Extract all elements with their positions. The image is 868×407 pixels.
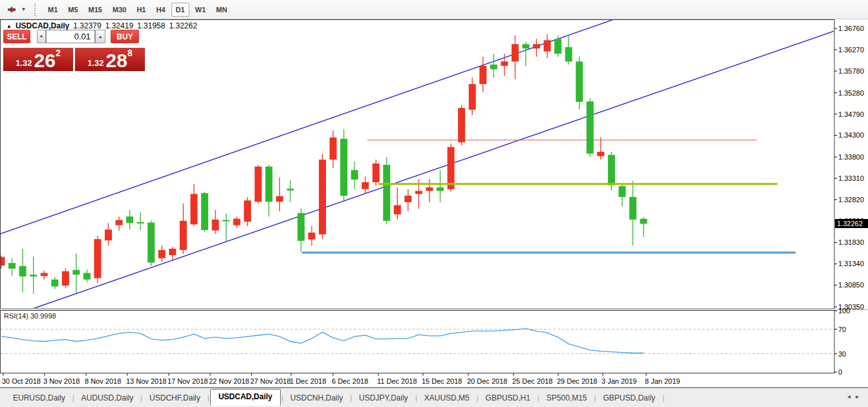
date-axis-label: 27 Nov 2018 xyxy=(250,377,290,385)
volume-input[interactable] xyxy=(46,30,95,43)
collapse-triangle-icon[interactable]: ▲ xyxy=(6,23,12,29)
candle-body xyxy=(587,101,594,154)
tab-gbpusd-daily[interactable]: GBPUSD,Daily xyxy=(596,391,662,404)
candle-body xyxy=(319,160,326,235)
timeframe-button-m30[interactable]: M30 xyxy=(108,3,131,17)
buy-price-big: 28 xyxy=(106,52,127,70)
candle-body xyxy=(287,189,294,191)
date-axis-label: 11 Dec 2018 xyxy=(377,377,417,385)
chart-tab-bar: EURUSD,Daily|AUDUSD,Daily|USDCHF,Daily|U… xyxy=(0,388,868,407)
tab-separator: | xyxy=(140,394,142,402)
ohlc-low: 1.31958 xyxy=(137,21,165,30)
candle-body xyxy=(51,280,58,287)
volume-decrease-button[interactable]: ▼ xyxy=(37,30,46,43)
ohlc-high: 1.32419 xyxy=(105,21,133,30)
candle-body xyxy=(158,250,166,258)
tab-usdjpy-daily[interactable]: USDJPY,Daily xyxy=(353,391,415,404)
candle-body xyxy=(330,138,337,160)
price-axis-label: 1.35780 xyxy=(838,67,864,75)
candle-body xyxy=(629,197,636,220)
candle-body xyxy=(180,221,187,250)
candle-body xyxy=(62,271,69,286)
tab-eurusd-daily[interactable]: EURUSD,Daily xyxy=(6,391,72,404)
candle-body xyxy=(479,66,486,84)
candle-body xyxy=(212,220,219,231)
candle-body xyxy=(490,65,497,69)
candle-body xyxy=(340,139,347,196)
candle-body xyxy=(533,44,540,48)
rsi-axis-label: 30 xyxy=(838,350,846,358)
sell-quote[interactable]: 1.32 26 2 xyxy=(3,48,73,71)
candle-body xyxy=(308,233,315,240)
tab-scroll-left[interactable]: ◂ xyxy=(847,393,856,400)
tab-separator: | xyxy=(208,394,210,402)
date-axis-label: 17 Nov 2018 xyxy=(168,377,208,385)
tab-scroll-right[interactable]: ▸ xyxy=(856,393,864,400)
sell-button[interactable]: SELL xyxy=(3,30,30,43)
timeframe-button-mn[interactable]: MN xyxy=(212,3,232,17)
price-axis-label: 1.36760 xyxy=(838,25,864,32)
candle-body xyxy=(458,108,465,142)
candle-body xyxy=(298,213,305,241)
tab-separator: | xyxy=(662,394,664,402)
rsi-axis-label: 0 xyxy=(838,368,842,376)
date-axis-label: 8 Nov 2018 xyxy=(85,377,121,385)
candle-body xyxy=(415,191,422,194)
candle-body xyxy=(255,167,262,202)
timeframe-button-d1[interactable]: D1 xyxy=(171,3,190,17)
date-axis-label: 25 Dec 2018 xyxy=(512,377,552,385)
chart-canvas[interactable] xyxy=(0,19,868,388)
candle-body xyxy=(351,170,358,180)
buy-quote[interactable]: 1.32 28 8 xyxy=(75,48,145,71)
buy-price-sup: 8 xyxy=(127,49,133,57)
tab-usdcad-daily[interactable]: USDCAD,Daily xyxy=(210,389,281,406)
timeframe-toolbar: M1M5M15M30H1H4D1W1MN xyxy=(43,3,232,17)
chart-switch-icon[interactable] xyxy=(4,3,19,17)
candle-body xyxy=(618,186,625,197)
candle-body xyxy=(394,205,401,214)
tab-audusd-daily[interactable]: AUDUSD,Daily xyxy=(75,391,140,404)
chart-title: ▲ USDCAD,Daily 1.32379 1.32419 1.31958 1… xyxy=(6,21,197,30)
timeframe-button-m1[interactable]: M1 xyxy=(43,3,62,17)
candle-body xyxy=(8,263,16,269)
candle-body xyxy=(565,47,572,61)
buy-price-prefix: 1.32 xyxy=(87,57,103,70)
timeframe-button-h4[interactable]: H4 xyxy=(151,3,169,17)
candle-body xyxy=(373,163,380,182)
tab-usdchf-daily[interactable]: USDCHF,Daily xyxy=(143,391,207,404)
candle-body xyxy=(544,40,551,51)
timeframe-button-h1[interactable]: H1 xyxy=(132,3,150,17)
timeframe-button-w1[interactable]: W1 xyxy=(191,3,211,17)
date-axis-label: 6 Dec 2018 xyxy=(332,377,368,385)
tab-xauusd-m5[interactable]: XAUUSD,M5 xyxy=(418,391,476,404)
timeframe-button-m15[interactable]: M15 xyxy=(84,3,107,17)
toolbar-grip xyxy=(34,3,38,16)
volume-increase-button[interactable]: ▲ xyxy=(95,30,105,43)
tab-sp500-m15[interactable]: SP500,M15 xyxy=(540,391,594,404)
rsi-axis-label: 100 xyxy=(838,307,850,315)
candle-body xyxy=(94,239,101,278)
candle-body xyxy=(608,155,615,185)
tab-separator: | xyxy=(594,394,596,402)
candle-body xyxy=(126,216,133,223)
price-axis-label: 1.31830 xyxy=(838,238,864,246)
candle-body xyxy=(448,147,455,189)
chart-switch-caret[interactable]: ▼ xyxy=(19,3,28,17)
tab-separator: | xyxy=(72,394,74,402)
candle-body xyxy=(404,196,411,202)
price-axis-label: 1.34300 xyxy=(838,131,864,139)
buy-button[interactable]: BUY xyxy=(111,30,139,43)
candle-body xyxy=(19,266,27,277)
price-axis-label: 1.36270 xyxy=(838,46,864,54)
candle-body xyxy=(501,61,508,66)
rsi-pane-frame xyxy=(1,311,835,373)
date-axis-label: 8 Jan 2019 xyxy=(645,377,680,385)
ohlc-open: 1.32379 xyxy=(73,21,101,30)
date-axis-label: 15 Dec 2018 xyxy=(422,377,462,385)
tab-gbpusd-h1[interactable]: GBPUSD,H1 xyxy=(479,391,537,404)
date-axis-label: 13 Nov 2018 xyxy=(126,377,166,385)
candle-body xyxy=(41,273,48,277)
tab-usdcnh-daily[interactable]: USDCNH,Daily xyxy=(284,391,349,404)
timeframe-button-m5[interactable]: M5 xyxy=(63,3,82,17)
tab-separator: | xyxy=(281,394,283,402)
